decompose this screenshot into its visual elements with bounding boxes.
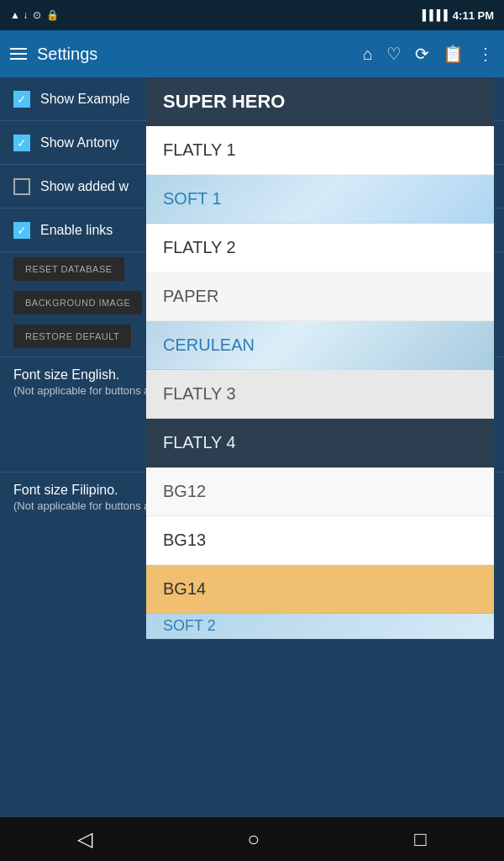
show-example-label: Show Example xyxy=(40,92,130,107)
main-content: ✓ Show Example ✓ Show Antony Show added … xyxy=(0,77,504,817)
history-icon[interactable]: ⟳ xyxy=(415,44,429,64)
dropdown-item-flatly1[interactable]: FLATLY 1 xyxy=(146,126,494,175)
toolbar: Settings ⌂ ♡ ⟳ 📋 ⋮ xyxy=(0,30,504,77)
time-display: 4:11 PM xyxy=(453,9,494,22)
theme-dropdown: SUPER HERO FLATLY 1 SOFT 1 FLATLY 2 PAPE… xyxy=(146,77,494,639)
signal-icon: ▲ ↓ xyxy=(10,9,28,21)
dropdown-item-bg12[interactable]: BG12 xyxy=(146,467,494,516)
heart-icon[interactable]: ♡ xyxy=(386,44,402,64)
reset-database-button[interactable]: RESET DATABASE xyxy=(13,257,124,281)
home-icon[interactable]: ⌂ xyxy=(363,45,373,64)
status-bar: ▲ ↓ ⊙ 🔒 ▐▐▐▐ 4:11 PM xyxy=(0,0,504,30)
toolbar-title: Settings xyxy=(37,45,353,64)
home-button[interactable]: ○ xyxy=(247,827,260,851)
signal-bars-icon: ▐▐▐▐ xyxy=(419,9,448,21)
dropdown-item-flatly4[interactable]: FLATLY 4 xyxy=(146,419,494,467)
dropdown-item-bg13[interactable]: BG13 xyxy=(146,516,494,565)
show-example-checkbox[interactable]: ✓ xyxy=(13,91,30,108)
wifi-icon: ⊙ xyxy=(33,9,41,21)
status-left: ▲ ↓ ⊙ 🔒 xyxy=(10,9,59,21)
dropdown-item-cerulean[interactable]: CERULEAN xyxy=(146,321,494,370)
dropdown-item-bg14[interactable]: BG14 xyxy=(146,565,494,614)
settings-area: ✓ Show Example ✓ Show Antony Show added … xyxy=(0,77,504,817)
dropdown-item-paper[interactable]: PAPER xyxy=(146,272,494,321)
toolbar-actions: ⌂ ♡ ⟳ 📋 ⋮ xyxy=(363,44,494,64)
show-antony-label: Show Antony xyxy=(40,135,118,151)
show-added-label: Show added w xyxy=(40,179,129,194)
dropdown-item-soft1[interactable]: SOFT 1 xyxy=(146,175,494,224)
menu-button[interactable] xyxy=(10,48,27,60)
clipboard-icon[interactable]: 📋 xyxy=(443,44,464,64)
more-icon[interactable]: ⋮ xyxy=(477,44,494,64)
dropdown-item-super-hero[interactable]: SUPER HERO xyxy=(146,77,494,126)
status-right: ▐▐▐▐ 4:11 PM xyxy=(419,9,494,22)
show-antony-checkbox[interactable]: ✓ xyxy=(13,135,30,151)
show-added-checkbox[interactable] xyxy=(13,178,30,195)
recents-button[interactable]: □ xyxy=(414,827,427,851)
enable-links-label: Enable links xyxy=(40,223,113,238)
lock-icon: 🔒 xyxy=(46,9,59,21)
back-button[interactable]: ◁ xyxy=(77,827,92,851)
dropdown-item-soft2[interactable]: SOFT 2 xyxy=(146,614,494,639)
background-image-button[interactable]: BACKGROUND IMAGE xyxy=(13,291,142,314)
dropdown-item-flatly2[interactable]: FLATLY 2 xyxy=(146,224,494,272)
bottom-nav: ◁ ○ □ xyxy=(0,817,504,861)
dropdown-item-flatly3[interactable]: FLATLY 3 xyxy=(146,370,494,419)
enable-links-checkbox[interactable]: ✓ xyxy=(13,222,30,239)
restore-default-button[interactable]: RESTORE DEFAULT xyxy=(13,325,131,348)
